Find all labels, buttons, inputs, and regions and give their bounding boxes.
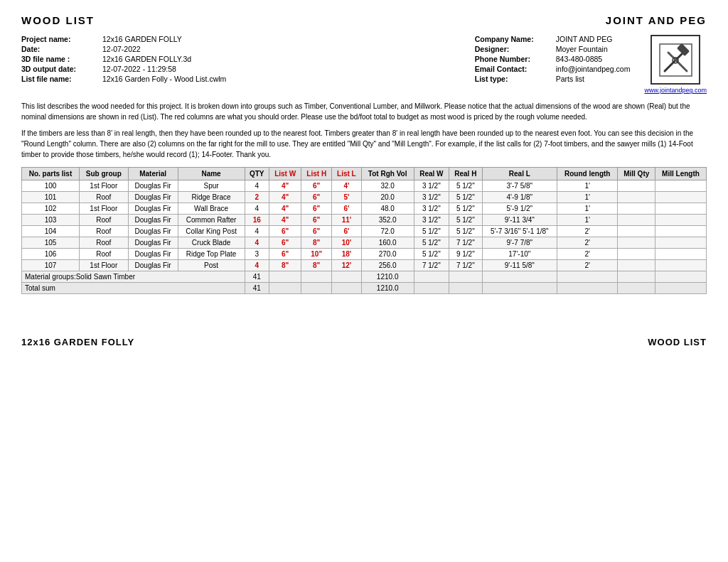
table-cell: 3 1/2" — [414, 192, 449, 203]
table-cell: 270.0 — [361, 249, 414, 260]
table-cell: 8" — [301, 237, 332, 249]
table-cell: Ridge Brace — [178, 192, 245, 203]
table-cell: 72.0 — [361, 226, 414, 237]
table-cell — [618, 249, 655, 260]
wood-list-table: No. parts list Sub group Material Name Q… — [21, 167, 707, 294]
description-1: This list describes the wood needed for … — [21, 101, 707, 122]
table-row: 101RoofDouglas FirRidge Brace24"6"5'20.0… — [22, 192, 707, 203]
table-cell: 11' — [332, 215, 362, 226]
table-cell: 6" — [269, 226, 301, 237]
meta-row: Email Contact:info@jointandpeg.com — [475, 65, 631, 73]
col-mill-length: Mill Length — [655, 168, 707, 180]
total-empty4 — [414, 283, 449, 294]
table-cell: 6" — [301, 215, 332, 226]
table-cell: 3 1/2" — [414, 180, 449, 192]
group-empty3 — [332, 271, 362, 283]
table-cell: 104 — [22, 226, 80, 237]
table-cell: 6' — [332, 226, 362, 237]
table-cell: 12' — [332, 260, 362, 271]
col-mill-qty: Mill Qty — [618, 168, 655, 180]
table-cell — [618, 237, 655, 249]
table-cell: 5 1/2" — [414, 226, 449, 237]
table-cell: 4 — [245, 226, 269, 237]
meta-value: Parts list — [556, 75, 584, 83]
col-list-l: List L — [332, 168, 362, 180]
group-empty1 — [269, 271, 301, 283]
page-title: WOOD LIST — [21, 14, 95, 26]
table-cell: 3 1/2" — [414, 215, 449, 226]
table-cell: 3 — [245, 249, 269, 260]
footer: 12x16 GARDEN FOLLY WOOD LIST — [21, 337, 707, 347]
table-cell: 2' — [557, 226, 618, 237]
table-cell: Roof — [79, 192, 128, 203]
col-tot-rgh-vol: Tot Rgh Vol — [361, 168, 414, 180]
table-cell: 4 — [245, 203, 269, 215]
table-cell: 105 — [22, 237, 80, 249]
table-cell: 1' — [557, 203, 618, 215]
table-cell: 2' — [557, 260, 618, 271]
table-cell: 107 — [22, 260, 80, 271]
table-cell: 5'-7 3/16" 5'-1 1/8" — [482, 226, 557, 237]
meta-value: 12x16 GARDEN FOLLY — [102, 35, 182, 43]
meta-row: 3D file name :12x16 GARDEN FOLLY.3d — [21, 55, 226, 63]
table-row: 1071st FloorDouglas FirPost48"8"12'256.0… — [22, 260, 707, 271]
table-cell: Douglas Fir — [128, 226, 178, 237]
table-cell: 32.0 — [361, 180, 414, 192]
table-cell — [655, 226, 707, 237]
table-cell — [618, 260, 655, 271]
meta-label: Date: — [21, 45, 100, 53]
table-cell: Wall Brace — [178, 203, 245, 215]
group-qty: 41 — [245, 271, 269, 283]
meta-label: List file name: — [21, 75, 100, 83]
meta-value: 843-480-0885 — [556, 55, 602, 63]
meta-row: List file name:12x16 Garden Folly - Wood… — [21, 75, 226, 83]
group-vol: 1210.0 — [361, 271, 414, 283]
total-vol: 1210.0 — [361, 283, 414, 294]
meta-label: 3D output date: — [21, 65, 100, 73]
description-2: If the timbers are less than 8' in real … — [21, 128, 707, 160]
table-cell: 7 1/2" — [449, 237, 482, 249]
table-row: 103RoofDouglas FirCommon Rafter164"6"11'… — [22, 215, 707, 226]
table-cell: 5'-9 1/2" — [482, 203, 557, 215]
meta-row: Phone Number:843-480-0885 — [475, 55, 631, 63]
meta-value: 12x16 Garden Folly - Wood List.cwlm — [102, 75, 226, 83]
meta-label: Phone Number: — [475, 55, 553, 63]
table-cell: 4' — [332, 180, 362, 192]
group-label: Material groups:Solid Sawn Timber — [22, 271, 245, 283]
meta-right: Company Name:JOINT AND PEGDesigner:Moyer… — [475, 35, 631, 83]
table-cell: 4 — [245, 180, 269, 192]
col-name: Name — [178, 168, 245, 180]
table-row: 105RoofDouglas FirCruck Blade46"8"10'160… — [22, 237, 707, 249]
table-cell: 1st Floor — [79, 180, 128, 192]
meta-label: Company Name: — [475, 35, 553, 43]
table-row: 104RoofDouglas FirCollar King Post46"6"6… — [22, 226, 707, 237]
table-cell: 5 1/2" — [449, 226, 482, 237]
meta-row: Date:12-07-2022 — [21, 45, 226, 53]
table-cell: 100 — [22, 180, 80, 192]
meta-label: Project name: — [21, 35, 100, 43]
table-cell: 6" — [301, 226, 332, 237]
table-cell: 6" — [269, 237, 301, 249]
total-empty8 — [618, 283, 655, 294]
table-cell: 6' — [332, 203, 362, 215]
table-cell: 48.0 — [361, 203, 414, 215]
table-cell — [655, 203, 707, 215]
table-cell: 9 1/2" — [449, 249, 482, 260]
table-cell — [618, 215, 655, 226]
table-cell: 1st Floor — [79, 203, 128, 215]
meta-row: Designer:Moyer Fountain — [475, 45, 631, 53]
table-cell: Roof — [79, 215, 128, 226]
table-cell: Douglas Fir — [128, 249, 178, 260]
table-cell: 8" — [269, 260, 301, 271]
table-cell: Roof — [79, 249, 128, 260]
table-cell: Post — [178, 260, 245, 271]
col-real-l: Real L — [482, 168, 557, 180]
meta-value: info@jointandpeg.com — [556, 65, 631, 73]
website-link[interactable]: www.jointandpeg.com — [644, 87, 707, 94]
meta-value: Moyer Fountain — [556, 45, 608, 53]
table-cell: 4 — [245, 260, 269, 271]
table-cell: 2' — [557, 237, 618, 249]
table-cell: Spur — [178, 180, 245, 192]
table-cell: 106 — [22, 249, 80, 260]
table-cell: Common Rafter — [178, 215, 245, 226]
